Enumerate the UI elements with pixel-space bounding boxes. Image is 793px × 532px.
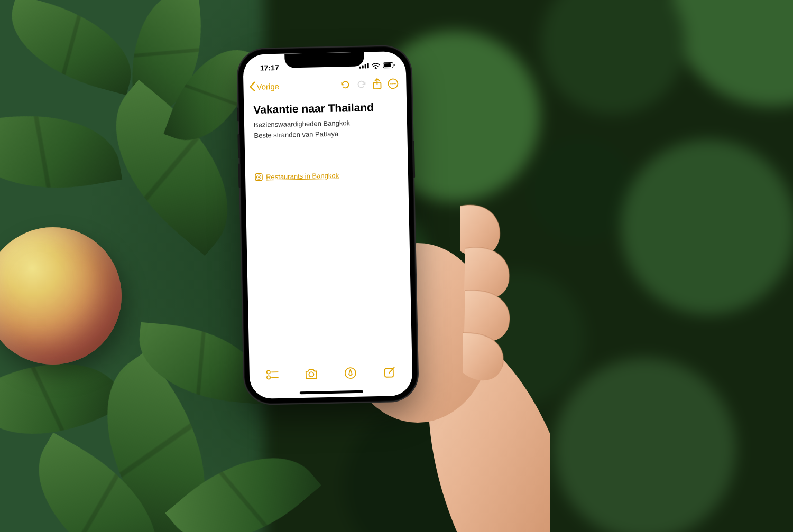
compose-button[interactable] [381, 363, 399, 381]
note-body[interactable]: Vakantie naar Thailand Bezienswaardighed… [244, 97, 412, 362]
svg-rect-4 [394, 64, 395, 66]
redo-button [353, 76, 370, 92]
share-icon [372, 78, 382, 90]
safari-link-icon [255, 173, 263, 181]
share-button[interactable] [369, 76, 385, 92]
battery-icon [383, 62, 395, 68]
svg-point-16 [309, 372, 313, 377]
note-title: Vakantie naar Thailand [253, 100, 397, 117]
apple-photo [0, 227, 122, 365]
wifi-icon [372, 62, 380, 69]
chevron-left-icon [248, 81, 255, 92]
checklist-icon [266, 369, 279, 380]
svg-point-8 [392, 83, 393, 84]
mute-switch [237, 107, 239, 121]
undo-button[interactable] [337, 77, 354, 93]
svg-rect-3 [384, 63, 391, 67]
compose-icon [383, 366, 396, 378]
leaf [0, 99, 122, 205]
redo-icon [356, 79, 366, 89]
back-label: Vorige [256, 81, 279, 91]
more-button[interactable] [385, 76, 401, 92]
phone-screen: 17:17 [243, 51, 413, 399]
camera-button[interactable] [302, 365, 321, 383]
svg-point-7 [390, 83, 391, 84]
undo-icon [340, 79, 351, 90]
ellipsis-circle-icon [387, 78, 399, 89]
svg-point-13 [267, 376, 271, 379]
nav-bar: Vorige [243, 73, 407, 97]
svg-point-9 [394, 83, 395, 84]
status-time: 17:17 [254, 63, 285, 72]
leaf [0, 0, 144, 95]
camera-icon [305, 368, 318, 380]
volume-down-button [238, 163, 241, 188]
notch [284, 52, 364, 68]
markup-button[interactable] [342, 364, 360, 382]
svg-point-12 [267, 370, 271, 374]
volume-up-button [237, 134, 240, 158]
pencil-tip-circle-icon [344, 367, 357, 379]
checklist-button[interactable] [263, 366, 282, 384]
note-link[interactable]: Restaurants in Bangkok [255, 170, 399, 181]
phone-frame: 17:17 [237, 46, 418, 405]
note-link-text: Restaurants in Bangkok [266, 172, 339, 181]
back-button[interactable]: Vorige [248, 81, 279, 92]
